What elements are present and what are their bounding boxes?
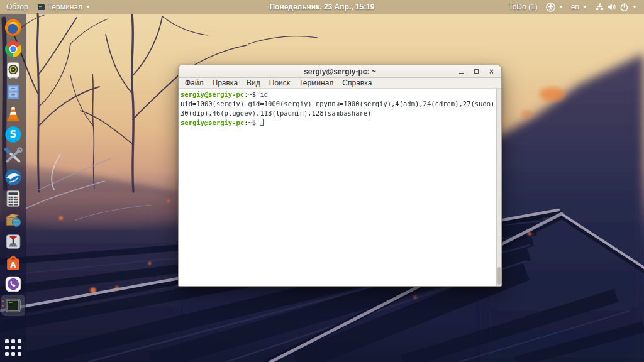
menu-help[interactable]: Справка <box>338 79 376 87</box>
terminal-line: uid=1000(sergiy) gid=1000(sergiy) группы… <box>180 99 496 109</box>
package-globe-icon <box>4 211 23 229</box>
software-bag-icon: A <box>4 253 23 272</box>
todo-indicator[interactable]: ToDo (1) <box>509 0 538 14</box>
chevron-down-icon <box>633 6 636 8</box>
system-status-menu[interactable] <box>595 0 636 14</box>
dock-item-controller-settings[interactable] <box>1 231 25 252</box>
window-menubar: Файл Правка Вид Поиск Терминал Справка <box>179 78 501 89</box>
apps-grid-icon <box>5 339 21 356</box>
maximize-button[interactable] <box>472 67 480 75</box>
chevron-down-icon <box>86 6 90 8</box>
terminal-scrollbar[interactable] <box>496 89 501 286</box>
terminal-line: sergiy@sergiy-pc:~$ id <box>180 90 496 99</box>
chevron-down-icon <box>583 6 587 8</box>
minimize-button[interactable] <box>457 67 465 75</box>
dock-item-vlc[interactable] <box>1 102 25 124</box>
activities-button[interactable]: Обзор <box>6 0 28 14</box>
terminal-mini-icon <box>37 4 45 11</box>
dock-item-firefox[interactable] <box>1 17 25 38</box>
viber-icon <box>4 275 23 293</box>
calculator-icon <box>4 189 23 208</box>
dock-item-files[interactable] <box>1 81 25 102</box>
dock: S <box>0 14 26 362</box>
file-cabinet-icon <box>4 82 23 101</box>
menu-search[interactable]: Поиск <box>265 79 294 87</box>
dock-item-thunderbird[interactable] <box>1 167 25 188</box>
window-titlebar[interactable]: sergiy@sergiy-pc: ~ × <box>179 65 501 78</box>
close-button[interactable]: × <box>487 67 496 75</box>
dock-item-software-center[interactable]: A <box>1 252 25 273</box>
chrome-icon <box>4 40 23 58</box>
dock-item-terminal[interactable] <box>1 295 25 316</box>
dock-item-package-manager[interactable] <box>1 209 25 231</box>
network-wired-icon <box>595 3 604 11</box>
volume-icon <box>607 3 617 11</box>
app-menu-label: Терминал <box>48 3 82 11</box>
dock-item-backups[interactable] <box>1 60 25 81</box>
menu-edit[interactable]: Правка <box>208 79 243 87</box>
scrollbar-thumb[interactable] <box>497 267 501 285</box>
maximize-icon <box>474 69 479 74</box>
menu-terminal[interactable]: Терминал <box>294 79 338 87</box>
menu-file[interactable]: Файл <box>180 79 208 87</box>
keyboard-layout-menu[interactable]: en <box>571 0 587 14</box>
accessibility-icon <box>546 3 555 12</box>
language-label: en <box>571 3 579 11</box>
vlc-cone-icon <box>4 104 23 123</box>
dock-item-chrome[interactable] <box>1 38 25 60</box>
svg-text:S: S <box>10 129 17 140</box>
text-cursor <box>260 119 264 126</box>
terminal-line: 30(dip),46(plugdev),118(lpadmin),128(sam… <box>180 109 496 118</box>
clock-label: Понедельник, 23 Апр., 15:19 <box>269 3 374 11</box>
close-icon: × <box>489 68 494 75</box>
top-bar: Обзор Терминал Понедельник, 23 Апр., 15:… <box>0 0 644 14</box>
dock-item-viber[interactable] <box>1 273 25 295</box>
crossed-tools-icon <box>4 146 23 165</box>
activities-label: Обзор <box>6 3 28 11</box>
backups-safe-icon <box>4 61 23 80</box>
terminal-icon <box>4 296 23 315</box>
power-icon <box>619 3 629 12</box>
clock[interactable]: Понедельник, 23 Апр., 15:19 <box>269 0 374 14</box>
dock-item-system-tools[interactable] <box>1 145 25 167</box>
terminal-line: sergiy@sergiy-pc:~$ <box>180 118 496 128</box>
show-applications-button[interactable] <box>1 337 25 358</box>
accessibility-menu[interactable] <box>546 0 563 14</box>
app-menu[interactable]: Терминал <box>37 0 90 14</box>
terminal-content[interactable]: sergiy@sergiy-pc:~$ id uid=1000(sergiy) … <box>179 89 496 286</box>
skype-icon: S <box>4 125 23 144</box>
window-title: sergiy@sergiy-pc: ~ <box>179 67 501 76</box>
minimize-icon <box>459 73 464 74</box>
joystick-lever-icon <box>4 232 23 251</box>
firefox-icon <box>4 18 23 37</box>
desktop: Обзор Терминал Понедельник, 23 Апр., 15:… <box>0 0 644 362</box>
todo-label: ToDo (1) <box>509 3 538 11</box>
terminal-window: sergiy@sergiy-pc: ~ × Файл Правка Вид По… <box>178 65 502 287</box>
svg-text:A: A <box>10 261 16 270</box>
thunderbird-icon <box>4 168 23 187</box>
dock-item-skype[interactable]: S <box>1 124 25 145</box>
chevron-down-icon <box>559 6 563 8</box>
running-indicator-dots <box>2 300 4 307</box>
dock-item-calculator[interactable] <box>1 188 25 209</box>
menu-view[interactable]: Вид <box>242 79 265 87</box>
